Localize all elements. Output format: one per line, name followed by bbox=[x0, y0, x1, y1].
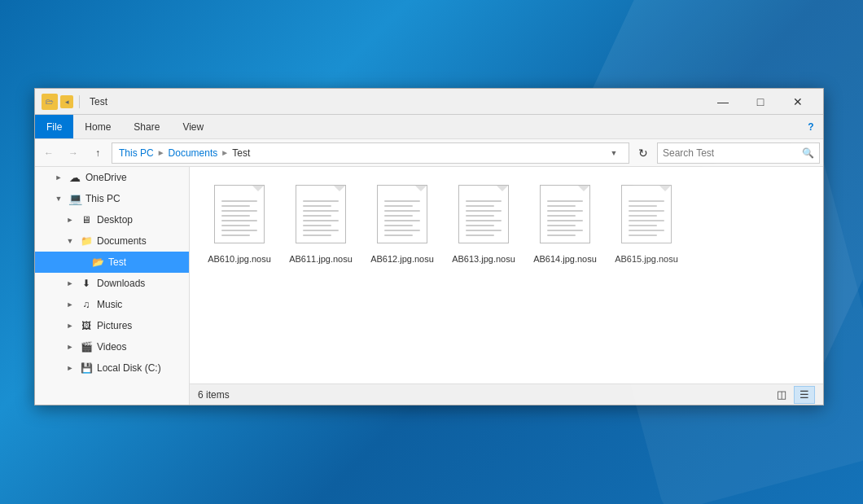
window-title: Test bbox=[90, 96, 107, 107]
file-item-f2[interactable]: AB612.jpg.nosu bbox=[366, 180, 439, 270]
doc-lines-f4 bbox=[547, 200, 583, 239]
doc-lines-f0 bbox=[221, 200, 257, 239]
file-item-f0[interactable]: AB610.jpg.nosu bbox=[203, 180, 276, 270]
breadcrumb-documents[interactable]: Documents bbox=[169, 147, 218, 159]
expand-arrow-local-disk: ► bbox=[64, 362, 76, 374]
expand-arrow-onedrive: ► bbox=[53, 172, 64, 183]
expand-arrow-videos: ► bbox=[64, 341, 76, 353]
file-name-f5: AB615.jpg.nosu bbox=[615, 253, 678, 265]
documents-icon: 📁 bbox=[79, 234, 94, 248]
doc-page-f5 bbox=[621, 185, 672, 243]
test-folder-icon: 📂 bbox=[90, 255, 105, 270]
sidebar-item-downloads[interactable]: ► ⬇ Downloads bbox=[35, 273, 189, 294]
file-icon-f0 bbox=[211, 185, 268, 250]
file-icon-f1 bbox=[292, 185, 349, 250]
expand-arrow-downloads: ► bbox=[64, 278, 76, 289]
sidebar-item-music[interactable]: ► ♫ Music bbox=[35, 294, 189, 315]
forward-button[interactable]: → bbox=[63, 142, 84, 164]
address-bar[interactable]: This PC ► Documents ► Test ▼ bbox=[112, 142, 629, 164]
titlebar-icons: 🗁 ◂ bbox=[42, 94, 83, 110]
sidebar-item-pictures[interactable]: ► 🖼 Pictures bbox=[35, 315, 189, 336]
downloads-icon: ⬇ bbox=[79, 276, 94, 291]
sidebar-item-local-disk[interactable]: ► 💾 Local Disk (C:) bbox=[35, 357, 189, 379]
item-count: 6 items bbox=[198, 389, 230, 401]
view-grid-button[interactable]: ◫ bbox=[771, 386, 792, 404]
window-controls: — □ ✕ bbox=[704, 89, 817, 115]
doc-lines-f1 bbox=[303, 200, 339, 239]
doc-page-f3 bbox=[458, 185, 509, 243]
doc-page-f4 bbox=[540, 185, 590, 243]
menu-file[interactable]: File bbox=[35, 115, 73, 138]
expand-arrow-documents: ▼ bbox=[64, 235, 76, 247]
addressbar: ← → ↑ This PC ► Documents ► Test ▼ ↻ 🔍 bbox=[35, 139, 823, 167]
expand-arrow-this-pc: ▼ bbox=[53, 193, 64, 204]
sidebar-item-videos[interactable]: ► 🎬 Videos bbox=[35, 336, 189, 357]
sidebar-label-downloads: Downloads bbox=[97, 278, 145, 289]
music-icon: ♫ bbox=[79, 297, 94, 312]
menu-share[interactable]: Share bbox=[122, 115, 171, 138]
file-icon-f2 bbox=[374, 185, 431, 250]
file-explorer-window: 🗁 ◂ Test — □ ✕ File Home Share View ? ← … bbox=[34, 88, 824, 405]
breadcrumb-sep-2: ► bbox=[221, 148, 229, 157]
maximize-button[interactable]: □ bbox=[742, 89, 779, 115]
videos-icon: 🎬 bbox=[79, 340, 94, 354]
sidebar-item-desktop[interactable]: ► 🖥 Desktop bbox=[35, 209, 189, 230]
breadcrumb-dropdown[interactable]: ▼ bbox=[606, 145, 622, 161]
pictures-icon: 🖼 bbox=[79, 318, 94, 333]
menubar: File Home Share View ? bbox=[35, 115, 823, 139]
file-icon-f4 bbox=[537, 185, 594, 250]
titlebar: 🗁 ◂ Test — □ ✕ bbox=[35, 89, 823, 115]
sidebar-item-this-pc[interactable]: ▼ 💻 This PC bbox=[35, 188, 189, 209]
expand-arrow-pictures: ► bbox=[64, 320, 76, 331]
doc-page-f1 bbox=[296, 185, 346, 243]
folder-icon: 🗁 bbox=[42, 94, 58, 110]
quick-access-icon: ◂ bbox=[60, 95, 73, 108]
menu-home[interactable]: Home bbox=[73, 115, 122, 138]
file-icon-f3 bbox=[455, 185, 512, 250]
sidebar: ► ☁ OneDrive ▼ 💻 This PC ► 🖥 Desktop ▼ 📁… bbox=[35, 167, 190, 405]
titlebar-sep bbox=[79, 95, 80, 108]
file-name-f3: AB613.jpg.nosu bbox=[452, 253, 515, 265]
search-input[interactable] bbox=[663, 147, 802, 159]
statusbar: 6 items ◫ ☰ bbox=[190, 383, 823, 405]
sidebar-label-desktop: Desktop bbox=[97, 214, 133, 226]
file-item-f5[interactable]: AB615.jpg.nosu bbox=[610, 180, 683, 270]
file-item-f4[interactable]: AB614.jpg.nosu bbox=[528, 180, 602, 270]
sidebar-item-test[interactable]: 📂 Test bbox=[35, 252, 189, 273]
expand-arrow-desktop: ► bbox=[64, 214, 76, 226]
expand-arrow-music: ► bbox=[64, 299, 76, 310]
sidebar-item-documents[interactable]: ▼ 📁 Documents bbox=[35, 230, 189, 252]
file-name-f4: AB614.jpg.nosu bbox=[533, 253, 597, 265]
minimize-button[interactable]: — bbox=[704, 89, 742, 115]
up-button[interactable]: ↑ bbox=[87, 142, 108, 164]
file-item-f1[interactable]: AB611.jpg.nosu bbox=[284, 180, 357, 270]
doc-page-f2 bbox=[377, 185, 427, 243]
this-pc-icon: 💻 bbox=[68, 191, 82, 206]
sidebar-label-pictures: Pictures bbox=[97, 320, 132, 331]
onedrive-icon: ☁ bbox=[68, 170, 82, 185]
breadcrumb-this-pc[interactable]: This PC bbox=[119, 147, 154, 159]
desktop-icon: 🖥 bbox=[79, 213, 94, 227]
doc-lines-f2 bbox=[384, 200, 420, 239]
view-list-button[interactable]: ☰ bbox=[794, 386, 815, 404]
refresh-button[interactable]: ↻ bbox=[633, 142, 654, 164]
menu-help-button[interactable]: ? bbox=[799, 115, 823, 139]
sidebar-item-onedrive[interactable]: ► ☁ OneDrive bbox=[35, 167, 189, 188]
search-box[interactable]: 🔍 bbox=[657, 142, 820, 164]
back-button[interactable]: ← bbox=[38, 142, 59, 164]
file-area: AB610.jpg.nosu AB611.jpg.nosu bbox=[190, 167, 823, 405]
file-grid: AB610.jpg.nosu AB611.jpg.nosu bbox=[190, 167, 823, 383]
file-icon-f5 bbox=[618, 185, 675, 250]
local-disk-icon: 💾 bbox=[79, 361, 94, 375]
close-button[interactable]: ✕ bbox=[779, 89, 817, 115]
search-icon[interactable]: 🔍 bbox=[802, 147, 814, 159]
sidebar-label-onedrive: OneDrive bbox=[85, 172, 127, 183]
sidebar-label-local-disk: Local Disk (C:) bbox=[97, 362, 161, 374]
menu-view[interactable]: View bbox=[171, 115, 215, 138]
sidebar-label-documents: Documents bbox=[97, 235, 147, 247]
sidebar-label-videos: Videos bbox=[97, 341, 126, 353]
file-item-f3[interactable]: AB613.jpg.nosu bbox=[447, 180, 520, 270]
file-name-f2: AB612.jpg.nosu bbox=[370, 253, 434, 265]
sidebar-label-music: Music bbox=[97, 299, 122, 310]
doc-page-f0 bbox=[214, 185, 265, 243]
